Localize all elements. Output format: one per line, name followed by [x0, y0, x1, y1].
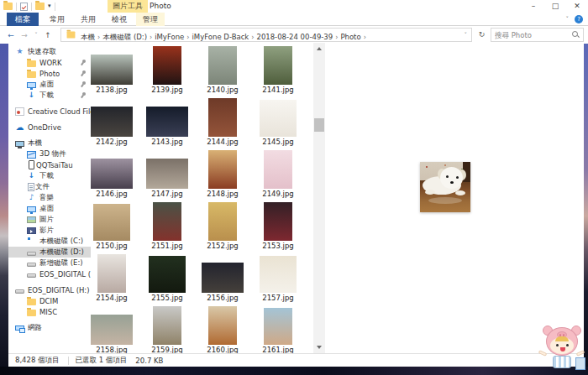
breadcrumb-segment[interactable]: 本機 — [78, 33, 97, 41]
file-item[interactable]: 2142.jpg — [84, 96, 139, 148]
tab-file[interactable]: 檔案 — [7, 13, 39, 26]
photo-thumbnail[interactable] — [91, 55, 133, 85]
back-button[interactable]: ← — [5, 31, 17, 39]
refresh-icon[interactable]: ↻ — [475, 28, 488, 42]
sidebar-item-本機磁碟-c-[interactable]: 本機磁碟 (C:) — [8, 236, 91, 247]
photo-thumbnail[interactable] — [97, 254, 126, 293]
recent-locations-dropdown[interactable]: ˇ — [32, 32, 40, 39]
photo-thumbnail[interactable] — [153, 306, 181, 345]
file-item[interactable]: 2144.jpg — [195, 96, 250, 148]
tab-manage[interactable]: 管理 — [136, 13, 165, 26]
sidebar-item-eos-digital-h-[interactable]: EOS_DIGITAL (H:) — [8, 268, 91, 279]
sidebar-item-桌面[interactable]: 桌面 — [8, 79, 91, 90]
sidebar-item-qqtsaitau[interactable]: QQTsaiTau — [8, 159, 91, 170]
sidebar-item-文件[interactable]: 文件 — [8, 181, 91, 192]
file-item[interactable]: 2143.jpg — [139, 96, 195, 148]
file-item[interactable]: 2154.jpg — [84, 252, 139, 304]
file-item[interactable]: 2160.jpg — [195, 304, 250, 356]
photo-thumbnail[interactable] — [208, 306, 237, 345]
sidebar-item-misc[interactable]: MISC — [8, 306, 91, 317]
file-item[interactable]: 2145.jpg — [250, 96, 306, 148]
help-icon[interactable]: ? — [575, 15, 583, 23]
photo-thumbnail[interactable] — [202, 263, 244, 293]
sidebar-item-onedrive[interactable]: ☁OneDrive — [8, 122, 91, 133]
tab-share[interactable]: 共用 — [74, 13, 102, 26]
photo-thumbnail[interactable] — [91, 159, 133, 189]
properties-check-icon[interactable] — [20, 3, 28, 11]
file-item[interactable]: 2161.jpg — [250, 304, 306, 356]
file-item[interactable]: 2151.jpg — [139, 200, 195, 252]
minimize-button[interactable]: – — [522, 0, 544, 13]
search-input[interactable] — [491, 31, 571, 39]
sidebar-item-快速存取[interactable]: ★快速存取 — [8, 46, 91, 57]
file-item[interactable]: 2146.jpg — [84, 148, 139, 200]
photo-thumbnail[interactable] — [91, 107, 133, 137]
file-item[interactable]: 2139.jpg — [139, 44, 195, 96]
sidebar-item-photo[interactable]: Photo — [8, 68, 91, 79]
photo-thumbnail[interactable] — [260, 100, 297, 137]
photo-thumbnail[interactable] — [264, 150, 292, 189]
photo-thumbnail[interactable] — [149, 256, 186, 293]
photo-thumbnail[interactable] — [264, 46, 292, 85]
photo-thumbnail[interactable] — [146, 159, 188, 189]
photo-thumbnail[interactable] — [146, 107, 188, 137]
sidebar-item-本機[interactable]: 本機 — [8, 138, 91, 148]
sidebar-item-本機磁碟-d-[interactable]: 本機磁碟 (D:) — [8, 247, 91, 258]
file-item[interactable]: 2155.jpg — [139, 252, 195, 304]
photo-thumbnail[interactable] — [153, 46, 181, 85]
tab-home[interactable]: 常用 — [43, 13, 71, 26]
photo-thumbnail[interactable] — [208, 98, 237, 137]
sidebar-item-下載[interactable]: ↓下載 — [8, 170, 91, 181]
file-item[interactable]: 2140.jpg — [195, 44, 250, 96]
photo-thumbnail[interactable] — [260, 256, 297, 293]
scroll-up-arrow-icon[interactable] — [317, 47, 322, 50]
folder-icon[interactable] — [35, 3, 45, 10]
photo-thumbnail[interactable] — [264, 308, 292, 345]
up-button[interactable]: ↑ — [42, 31, 54, 39]
sidebar-item-網路[interactable]: 網路 — [8, 322, 91, 333]
sidebar-item-3d-物件[interactable]: 3D 物件 — [8, 148, 91, 159]
breadcrumb-segment[interactable]: iMyFone D-Back — [190, 33, 252, 41]
file-item[interactable]: 2141.jpg — [250, 44, 306, 96]
photo-thumbnail[interactable] — [208, 46, 237, 85]
sidebar-item-新增磁碟-e-[interactable]: 新增磁碟 (E:) — [8, 258, 91, 268]
sidebar-item-creative-cloud-files[interactable]: Creative Cloud Files — [8, 106, 91, 117]
forward-button[interactable]: → — [18, 31, 30, 39]
photo-thumbnail[interactable] — [208, 202, 237, 241]
scroll-down-arrow-icon[interactable] — [317, 346, 322, 349]
close-button[interactable]: ✕ — [566, 0, 588, 13]
sidebar-item-work[interactable]: WORK — [8, 57, 91, 68]
breadcrumb-segment[interactable]: Photo — [338, 33, 363, 41]
file-item[interactable]: 2149.jpg — [250, 148, 306, 200]
scrollbar-thumb[interactable] — [314, 118, 324, 132]
file-item[interactable]: 2158.jpg — [84, 304, 139, 356]
vertical-scrollbar[interactable] — [313, 43, 325, 353]
file-item[interactable]: 2152.jpg — [195, 200, 250, 252]
file-item[interactable]: 2153.jpg — [250, 200, 306, 252]
photo-thumbnail[interactable] — [153, 202, 181, 241]
drag-preview-dog-photo[interactable] — [420, 162, 470, 212]
search-icon[interactable] — [571, 30, 580, 39]
tab-view[interactable]: 檢視 — [105, 13, 134, 26]
sidebar-item-音樂[interactable]: ♪音樂 — [8, 192, 91, 203]
sidebar-item-dcim[interactable]: DCIM — [8, 295, 91, 306]
sidebar-item-eos-digital-h-[interactable]: EOS_DIGITAL (H:) — [8, 284, 91, 295]
sidebar-item-下載[interactable]: ↓下載 — [8, 90, 91, 101]
breadcrumb-segment[interactable]: iMyFone — [152, 33, 186, 41]
sidebar-item-影片[interactable]: 影片 — [8, 225, 91, 236]
sidebar-item-桌面[interactable]: 桌面 — [8, 203, 91, 214]
file-item[interactable]: 2147.jpg — [139, 148, 195, 200]
folder-icon[interactable] — [3, 3, 13, 10]
file-item[interactable]: 2157.jpg — [250, 252, 306, 304]
address-breadcrumb-bar[interactable]: 本機›本機磁碟 (D:)›iMyFone›iMyFone D-Back›2018… — [60, 28, 472, 42]
file-item[interactable]: 2150.jpg — [84, 200, 139, 252]
photo-thumbnail[interactable] — [93, 204, 130, 241]
sidebar-item-圖片[interactable]: 圖片 — [8, 214, 91, 225]
breadcrumb-segment[interactable]: 本機磁碟 (D:) — [100, 33, 150, 41]
photo-thumbnail[interactable] — [91, 315, 133, 345]
ribbon-collapse-icon[interactable]: ˇ — [566, 16, 570, 23]
file-item[interactable]: 2156.jpg — [195, 252, 250, 304]
photo-thumbnail[interactable] — [264, 202, 292, 241]
file-item[interactable]: 2159.jpg — [139, 304, 195, 356]
file-item[interactable]: 2148.jpg — [195, 148, 250, 200]
